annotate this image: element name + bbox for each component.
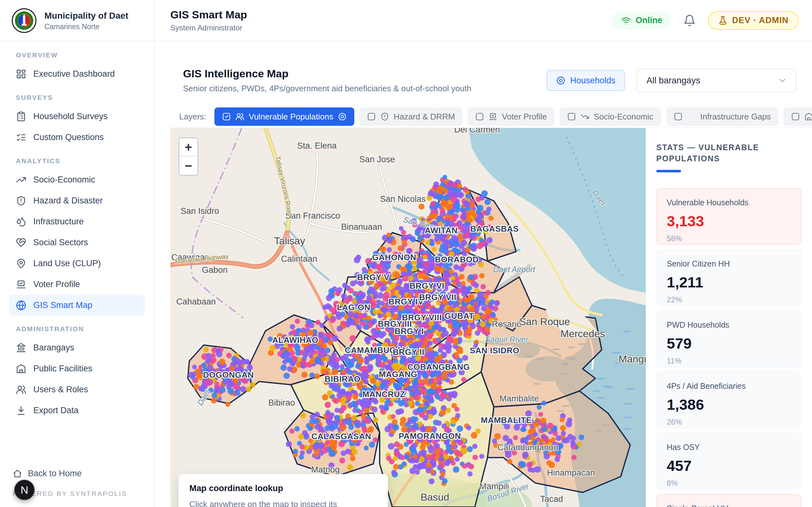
map-barangay-label: GAHONON — [372, 252, 416, 262]
flask-icon — [718, 16, 728, 25]
checkbox-icon — [674, 112, 682, 121]
checkbox-icon — [791, 112, 800, 121]
checkbox-icon — [367, 112, 376, 121]
map-barangay-label: SAN ISIDRO — [470, 346, 519, 355]
map-place-label: Del Carmen — [454, 128, 500, 134]
stat-value: 3,133 — [667, 212, 791, 230]
content: GIS Intelligence Map Senior citizens, PW… — [170, 41, 812, 507]
sidebar-item-export-data[interactable]: Export Data — [9, 400, 145, 421]
role-badge[interactable]: DEV · ADMIN — [708, 11, 799, 30]
map-pin-icon — [16, 258, 26, 269]
zoom-out-button[interactable]: − — [179, 157, 198, 175]
back-to-home-link[interactable]: Back to Home — [13, 469, 142, 478]
map-barangay-label: MAGANG — [379, 370, 417, 379]
trending-down-icon — [580, 112, 589, 121]
stat-card-senior-citizen-hh: Senior Citizen HH1,21122% — [656, 249, 801, 306]
sidebar-item-hazard-disaster[interactable]: Hazard & Disaster — [9, 190, 145, 211]
layer-chip-truncated[interactable] — [783, 107, 812, 126]
nav-section-label: ADMINISTRATION — [16, 325, 145, 333]
sidebar-item-socio-economic[interactable]: Socio-Economic — [9, 169, 145, 190]
target-icon — [556, 76, 565, 85]
sidebar-item-land-use-clup-[interactable]: Land Use (CLUP) — [9, 253, 145, 274]
checkbox-checked-icon — [222, 112, 231, 121]
shield-alert-icon — [16, 195, 26, 206]
sidebar-item-executive-dashboard[interactable]: Executive Dashboard — [9, 63, 145, 84]
map-place-label: San Isidro — [181, 206, 219, 216]
main-area: GIS Smart Map System Administrator Onlin… — [154, 0, 812, 507]
map-barangay-label: BIBIRAO — [324, 374, 360, 384]
clipboard-icon — [16, 111, 26, 122]
map-place-label: Rosario — [492, 320, 521, 329]
barangay-select-value: All barangays — [647, 75, 700, 86]
sidebar-item-custom-questions[interactable]: Custom Questions — [9, 127, 145, 148]
map-barangay-label: ALAWIHAO — [272, 335, 318, 345]
stat-percent: 8% — [667, 479, 791, 488]
sidebar-item-voter-profile[interactable]: Voter Profile — [9, 274, 145, 295]
map-barangay-label: MANCRUZ — [362, 389, 405, 399]
map-place-label: Cahabaan — [176, 297, 216, 306]
nav-section-label: SURVEYS — [16, 94, 145, 101]
layer-chip-vulnerable-populations[interactable]: Vulnerable Populations — [214, 107, 354, 126]
layers-label: Layers: — [179, 112, 206, 122]
topbar: GIS Smart Map System Administrator Onlin… — [154, 0, 812, 41]
sidebar-item-barangays[interactable]: Barangays — [9, 337, 145, 358]
households-toggle-button[interactable]: Households — [547, 70, 625, 91]
daet-seal-logo — [11, 8, 37, 33]
target-icon — [338, 112, 347, 121]
sidebar-item-users-roles[interactable]: Users & Roles — [9, 379, 145, 400]
map-place-label: Basud — [420, 492, 450, 503]
building-icon — [804, 112, 812, 121]
map-barangay-label: BRGY IV — [389, 297, 423, 306]
layer-chip-voter-profile[interactable]: Voter Profile — [467, 107, 554, 126]
layer-chip-socio-economic[interactable]: Socio-Economic — [560, 107, 661, 126]
map-place-label: Daet Airport — [493, 265, 536, 274]
building-icon — [16, 363, 26, 374]
stat-card-pwd-households: PWD Households57911% — [656, 311, 801, 367]
nav-section-label: ANALYTICS — [16, 157, 145, 165]
map-barangay-label: BRGY VIII — [402, 313, 442, 322]
map-barangay-label: GUBAT — [444, 311, 474, 321]
back-to-home-label: Back to Home — [28, 469, 82, 478]
sidebar-item-public-facilities[interactable]: Public Facilities — [9, 358, 145, 379]
map-barangay-label: BORABOD — [435, 255, 478, 264]
layer-chip-hazard-drrm[interactable]: Hazard & DRRM — [359, 107, 463, 126]
sidebar-item-gis-smart-map[interactable]: GIS Smart Map — [9, 295, 145, 316]
nextjs-dev-badge[interactable]: N — [14, 480, 35, 500]
list-checks-icon — [16, 132, 26, 143]
map-barangay-label: AWITAN — [425, 226, 458, 235]
map-barangay-label: BRGY II — [393, 347, 424, 357]
home-icon — [13, 469, 22, 478]
barangay-select[interactable]: All barangays — [636, 68, 796, 93]
stat-card-4ps-aid-beneficiaries: 4Ps / Aid Beneficiaries1,38626% — [656, 372, 801, 429]
brand-title: Municipality of Daet — [44, 10, 128, 21]
map-canvas[interactable]: Del CarmenSta. ElenaSan JoseSan NicolasS… — [170, 128, 646, 507]
map-place-label: Tacad — [540, 494, 563, 504]
zoom-in-button[interactable]: + — [179, 138, 198, 157]
layers-toolbar: Layers: Vulnerable PopulationsHazard & D… — [170, 105, 812, 128]
app-root: Municipality of Daet Camarines Norte OVE… — [0, 0, 812, 507]
nav-section-label: OVERVIEW — [16, 51, 145, 59]
layer-chip-infrastructure-gaps[interactable]: Infrastructure Gaps — [666, 107, 779, 126]
map-and-stats: Del CarmenSta. ElenaSan JoseSan NicolasS… — [170, 128, 812, 507]
heart-handshake-icon — [16, 237, 26, 248]
sidebar-item-social-sectors[interactable]: Social Sectors — [9, 232, 145, 253]
stat-card-single-parent-hh: Single-Parent HH772 — [656, 494, 801, 507]
checkbox-icon — [567, 112, 576, 121]
landmark-icon — [16, 343, 26, 353]
map-barangay-label: LAG-ON — [337, 302, 370, 312]
sidebar-item-infrastructure[interactable]: Infrastructure — [9, 211, 145, 232]
notifications-button[interactable] — [683, 14, 696, 27]
gis-map[interactable]: Del CarmenSta. ElenaSan JoseSan NicolasS… — [170, 128, 646, 507]
map-place-label: Sta. Elena — [297, 141, 337, 151]
map-barangay-label: BRGY VII — [419, 292, 456, 302]
trending-up-icon — [16, 175, 26, 185]
vote-icon — [489, 112, 497, 121]
map-place-label: Talisay — [274, 235, 305, 246]
sidebar-item-household-surveys[interactable]: Household Surveys — [9, 106, 145, 127]
map-barangay-label: MAMBALITE — [481, 415, 531, 425]
page-subtitle: System Administrator — [170, 23, 247, 32]
sidebar: Municipality of Daet Camarines Norte OVE… — [0, 0, 154, 507]
map-place-label: Binanuaan — [341, 222, 382, 232]
map-barangay-label: DOGONGAN — [203, 370, 254, 380]
zap-icon — [687, 112, 696, 121]
